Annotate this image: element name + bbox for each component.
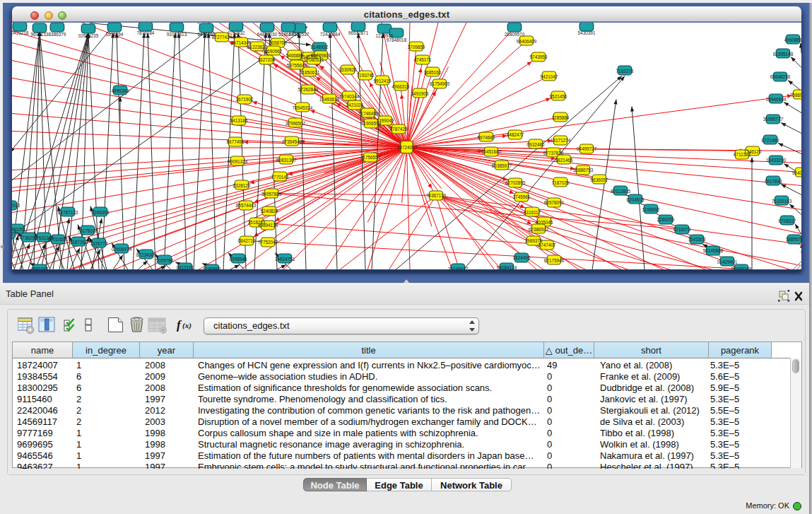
svg-text:8148932: 8148932 <box>311 44 329 49</box>
svg-text:6658760: 6658760 <box>269 40 287 45</box>
svg-text:55886753: 55886753 <box>573 167 594 172</box>
svg-text:76320163: 76320163 <box>772 198 792 203</box>
svg-text:7193745: 7193745 <box>357 72 375 77</box>
svg-text:00524278: 00524278 <box>12 230 19 235</box>
svg-text:51462704: 51462704 <box>278 31 299 36</box>
svg-text:0433218: 0433218 <box>12 30 29 35</box>
svg-text:7917693: 7917693 <box>765 178 782 183</box>
svg-text:7543303: 7543303 <box>688 236 706 241</box>
svg-text:96405377: 96405377 <box>792 170 801 175</box>
svg-text:76945314: 76945314 <box>293 105 313 110</box>
svg-text:f: f <box>177 318 182 332</box>
svg-text:36995777: 36995777 <box>763 116 784 121</box>
svg-text:51850671: 51850671 <box>300 69 320 74</box>
svg-text:53755646: 53755646 <box>287 62 307 67</box>
svg-text:79740344: 79740344 <box>339 93 360 98</box>
svg-text:7187026: 7187026 <box>552 180 570 185</box>
svg-text:60385977: 60385977 <box>492 163 512 168</box>
svg-text:80112805: 80112805 <box>611 188 630 193</box>
svg-text:87277434: 87277434 <box>212 34 233 39</box>
svg-text:9636057: 9636057 <box>591 177 608 182</box>
svg-text:5240824: 5240824 <box>261 208 278 213</box>
svg-text:3387262: 3387262 <box>70 239 88 244</box>
svg-text:64835030: 64835030 <box>257 31 278 36</box>
svg-text:98084124: 98084124 <box>497 264 517 269</box>
svg-text:93103413: 93103413 <box>167 31 187 36</box>
svg-text:77752047: 77752047 <box>258 239 278 244</box>
svg-text:8386379: 8386379 <box>49 31 66 36</box>
svg-text:17080531: 17080531 <box>304 57 324 62</box>
svg-text:71746488: 71746488 <box>358 110 379 115</box>
svg-text:34624751: 34624751 <box>275 256 295 261</box>
svg-text:94406409: 94406409 <box>517 38 537 43</box>
svg-text:99091334: 99091334 <box>228 158 248 163</box>
svg-text:65787133: 65787133 <box>58 209 78 214</box>
svg-text:4060883: 4060883 <box>784 37 801 42</box>
svg-text:62702895: 62702895 <box>505 180 526 185</box>
svg-text:5009788: 5009788 <box>156 257 174 262</box>
svg-text:1627204: 1627204 <box>258 57 276 62</box>
svg-text:4005045: 4005045 <box>536 219 553 224</box>
svg-text:75869261: 75869261 <box>790 92 801 97</box>
svg-text:6204505: 6204505 <box>627 197 645 201</box>
svg-text:7889579: 7889579 <box>786 236 801 241</box>
svg-text:6690967: 6690967 <box>265 48 283 53</box>
svg-text:67737826: 67737826 <box>543 150 564 155</box>
svg-text:67010651: 67010651 <box>48 236 69 241</box>
svg-text:8677496: 8677496 <box>227 139 245 144</box>
svg-text:9413186: 9413186 <box>230 117 248 122</box>
svg-text:49894134: 49894134 <box>258 222 278 227</box>
svg-text:61595148: 61595148 <box>773 51 794 56</box>
svg-text:97848018: 97848018 <box>387 37 407 42</box>
svg-text:15451680: 15451680 <box>481 148 502 153</box>
svg-text:4745171: 4745171 <box>414 57 432 62</box>
svg-text:9912419: 9912419 <box>374 78 392 83</box>
svg-text:86578091: 86578091 <box>544 199 565 204</box>
svg-text:8721489: 8721489 <box>762 137 779 142</box>
svg-text:(x): (x) <box>182 321 192 330</box>
svg-text:0842710: 0842710 <box>238 238 256 243</box>
svg-text:01429401: 01429401 <box>717 259 738 264</box>
svg-text:2421024: 2421024 <box>346 102 364 107</box>
svg-text:3747407: 3747407 <box>539 242 556 247</box>
svg-text:4316117: 4316117 <box>524 209 541 214</box>
svg-text:87234309: 87234309 <box>136 252 157 257</box>
svg-text:9821465: 9821465 <box>555 157 573 162</box>
svg-text:27354549: 27354549 <box>282 139 302 144</box>
svg-text:4966319: 4966319 <box>392 83 410 88</box>
svg-text:81754965: 81754965 <box>430 81 450 86</box>
svg-text:4216073: 4216073 <box>673 226 691 231</box>
svg-text:1491905: 1491905 <box>411 90 429 95</box>
svg-text:9600133: 9600133 <box>31 31 49 36</box>
svg-text:1399049: 1399049 <box>377 117 394 122</box>
svg-text:1671902: 1671902 <box>236 96 254 101</box>
svg-text:8708317: 8708317 <box>779 218 796 223</box>
svg-text:5430391: 5430391 <box>578 30 596 35</box>
svg-text:5674680: 5674680 <box>478 134 495 139</box>
svg-text:5098393: 5098393 <box>92 209 110 214</box>
svg-text:3285884: 3285884 <box>552 115 570 119</box>
svg-text:3482477: 3482477 <box>507 132 524 136</box>
svg-text:82175946: 82175946 <box>544 257 565 262</box>
svg-text:1615594: 1615594 <box>106 31 124 36</box>
svg-text:28809570: 28809570 <box>505 31 525 36</box>
svg-text:4711382: 4711382 <box>734 151 751 156</box>
svg-text:9521456: 9521456 <box>550 93 567 98</box>
svg-text:6998543: 6998543 <box>230 256 247 261</box>
svg-text:74367136: 74367136 <box>426 192 447 197</box>
svg-text:13493618: 13493618 <box>319 96 340 101</box>
svg-text:0812191: 0812191 <box>177 264 194 269</box>
svg-text:80831367: 80831367 <box>276 157 297 162</box>
svg-text:9421047: 9421047 <box>541 74 558 78</box>
svg-text:54145868: 54145868 <box>703 247 724 252</box>
svg-text:72423884: 72423884 <box>320 31 341 36</box>
svg-text:3709859: 3709859 <box>408 44 425 49</box>
svg-text:1326773: 1326773 <box>90 240 108 245</box>
svg-text:34957885: 34957885 <box>261 191 282 196</box>
svg-text:0932480: 0932480 <box>527 141 545 146</box>
svg-text:73178108: 73178108 <box>78 228 98 233</box>
svg-text:13433200: 13433200 <box>766 157 787 162</box>
svg-text:0330923: 0330923 <box>339 66 357 71</box>
svg-text:04499727: 04499727 <box>577 146 597 151</box>
svg-text:7770143: 7770143 <box>271 174 289 179</box>
